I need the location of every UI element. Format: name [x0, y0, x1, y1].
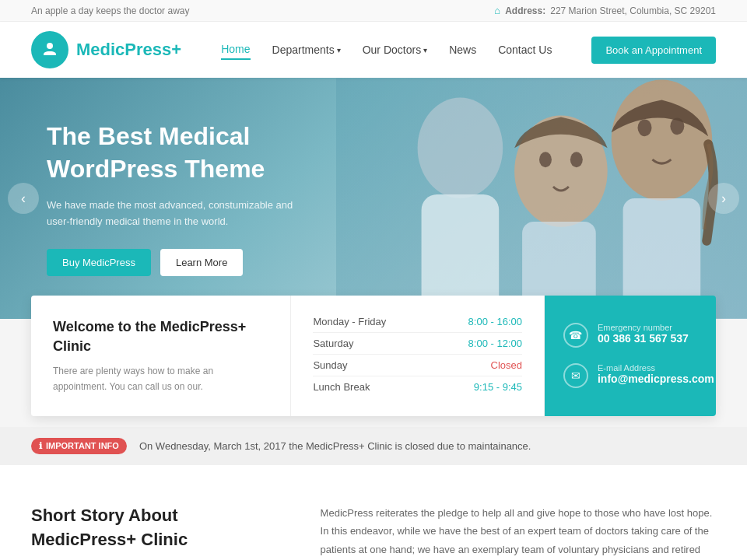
- logo-text: MedicPress+: [76, 40, 181, 60]
- svg-point-0: [47, 43, 53, 49]
- email-value: info@medicpress.com: [598, 373, 714, 385]
- about-left: Short Story About MedicPress+ Clinic Ste…: [31, 504, 274, 560]
- logo[interactable]: MedicPress+: [31, 31, 181, 68]
- main-nav: Home Departments ▾ Our Doctors ▾ News Co…: [221, 40, 552, 60]
- hero-content: The Best Medical WordPress Theme We have…: [0, 121, 389, 276]
- about-text: MedicPress reiterates the pledge to help…: [321, 504, 716, 560]
- svg-point-7: [612, 80, 713, 201]
- nav-item-doctors[interactable]: Our Doctors ▾: [363, 40, 427, 59]
- hero-subtitle: We have made the most advanced, constumi…: [47, 198, 303, 230]
- slider-next[interactable]: ›: [708, 183, 739, 214]
- nav-item-home[interactable]: Home: [221, 40, 250, 60]
- book-appointment-button[interactable]: Book an Appointment: [591, 37, 716, 64]
- nav-item-contact[interactable]: Contact Us: [498, 40, 552, 59]
- hours-day-sat: Saturday: [313, 338, 353, 349]
- svg-point-6: [570, 152, 583, 167]
- header: MedicPress+ Home Departments ▾ Our Docto…: [0, 22, 747, 78]
- departments-arrow: ▾: [337, 46, 341, 54]
- phone-icon: ☎: [563, 323, 588, 348]
- important-badge: ℹ IMPORTANT INFO: [31, 438, 127, 454]
- svg-point-8: [638, 119, 652, 136]
- welcome-title: Welcome to the MedicPress+ Clinic: [53, 317, 268, 356]
- hours-row-mf: Monday - Friday 8:00 - 16:00: [313, 311, 522, 333]
- info-contact: ☎ Emergency number 00 386 31 567 537 ✉ E…: [545, 296, 716, 416]
- hours-time-mf: 8:00 - 16:00: [468, 316, 522, 327]
- slider-prev[interactable]: ‹: [8, 183, 39, 214]
- hours-day-lunch: Lunch Break: [313, 381, 370, 393]
- hours-time-lunch: 9:15 - 9:45: [474, 381, 522, 393]
- emergency-value: 00 386 31 567 537: [598, 332, 689, 345]
- logo-text-part2: Press+: [124, 40, 181, 59]
- nav-item-news[interactable]: News: [449, 40, 476, 59]
- topbar-address-label: Address:: [505, 5, 545, 16]
- hero-section: ‹ The Best Medical WordPress Theme We ha…: [0, 78, 747, 319]
- svg-point-2: [418, 97, 503, 198]
- topbar-tagline: An apple a day keeps the doctor away: [31, 5, 189, 16]
- svg-point-5: [539, 152, 552, 167]
- buy-medicpress-button[interactable]: Buy MedicPress: [47, 249, 151, 276]
- contact-email: ✉ E-mail Address info@medicpress.com: [563, 363, 697, 388]
- info-welcome: Welcome to the MedicPress+ Clinic There …: [31, 296, 291, 416]
- info-section: Welcome to the MedicPress+ Clinic There …: [31, 296, 716, 416]
- topbar-address-value: 227 Marion Street, Columbia, SC 29201: [550, 5, 716, 16]
- hours-time-sun: Closed: [491, 359, 522, 371]
- hero-image: [336, 78, 747, 319]
- info-hours: Monday - Friday 8:00 - 16:00 Saturday 8:…: [291, 296, 545, 416]
- house-icon: ⌂: [494, 5, 500, 16]
- hours-day-mf: Monday - Friday: [313, 316, 386, 327]
- topbar: An apple a day keeps the doctor away ⌂ A…: [0, 0, 747, 22]
- topbar-address-area: ⌂ Address: 227 Marion Street, Columbia, …: [494, 5, 716, 16]
- hero-title: The Best Medical WordPress Theme: [47, 121, 342, 185]
- doctors-arrow: ▾: [423, 46, 427, 54]
- learn-more-button[interactable]: Learn More: [160, 249, 243, 276]
- important-icon: ℹ: [39, 441, 42, 451]
- important-badge-text: IMPORTANT INFO: [46, 441, 119, 450]
- contact-emergency: ☎ Emergency number 00 386 31 567 537: [563, 323, 697, 348]
- important-text: On Wednesday, March 1st, 2017 the MedicP…: [139, 440, 531, 452]
- emergency-label: Emergency number: [598, 323, 689, 332]
- contact-emergency-info: Emergency number 00 386 31 567 537: [598, 323, 689, 345]
- logo-text-part1: Medic: [76, 40, 124, 59]
- hours-row-sat: Saturday 8:00 - 12:00: [313, 333, 522, 355]
- about-section: Short Story About MedicPress+ Clinic Ste…: [0, 465, 747, 560]
- about-body: MedicPress reiterates the pledge to help…: [321, 504, 716, 560]
- hours-row-sun: Sunday Closed: [313, 355, 522, 376]
- nav-item-departments[interactable]: Departments ▾: [272, 40, 341, 59]
- about-title: Short Story About MedicPress+ Clinic: [31, 504, 274, 552]
- contact-email-info: E-mail Address info@medicpress.com: [598, 363, 714, 385]
- topbar-tagline-area: An apple a day keeps the doctor away: [31, 5, 189, 16]
- important-bar: ℹ IMPORTANT INFO On Wednesday, March 1st…: [0, 427, 747, 465]
- welcome-text: There are plenty ways how to make an app…: [53, 364, 268, 394]
- email-icon: ✉: [563, 363, 588, 388]
- hours-day-sun: Sunday: [313, 359, 347, 371]
- logo-icon: [31, 31, 68, 68]
- email-label: E-mail Address: [598, 363, 714, 373]
- hero-buttons: Buy MedicPress Learn More: [47, 249, 342, 276]
- hours-time-sat: 8:00 - 12:00: [468, 338, 522, 349]
- hours-row-lunch: Lunch Break 9:15 - 9:45: [313, 376, 522, 397]
